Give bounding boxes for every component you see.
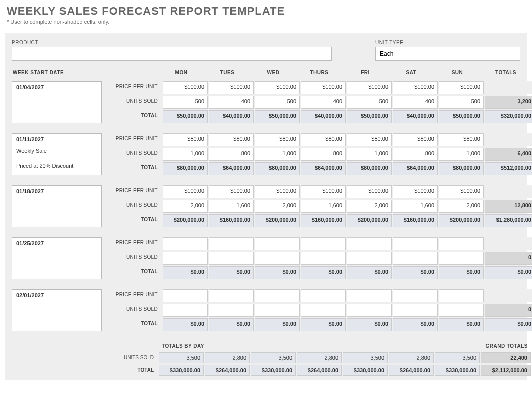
price-cell[interactable]: $100.00 [163,185,208,198]
price-cell[interactable]: $100.00 [439,185,484,198]
units-cell[interactable]: 400 [301,96,346,109]
week-note1[interactable] [12,301,101,316]
price-cell[interactable] [347,237,392,250]
header-thu: THURS [297,68,342,77]
units-cell[interactable]: 800 [393,148,438,161]
units-cell[interactable] [209,304,254,317]
week-date-box[interactable]: 02/01/2027 [12,289,102,331]
price-cell[interactable] [163,237,208,250]
sum-units-tue: 2,800 [205,352,250,363]
price-cell[interactable]: $100.00 [209,185,254,198]
header-mon: MON [159,68,204,77]
units-cell[interactable]: 2,000 [347,200,392,213]
price-cell[interactable] [439,237,484,250]
total-cell: $200,000.00 [163,214,208,227]
units-cell[interactable] [301,252,346,265]
price-cell[interactable] [393,237,438,250]
total-cell: $200,000.00 [439,214,484,227]
price-cell[interactable]: $100.00 [209,81,254,94]
price-cell[interactable]: $80.00 [347,133,392,146]
units-cell[interactable]: 1,000 [255,148,300,161]
price-cell[interactable] [163,289,208,302]
units-cell[interactable]: 1,000 [163,148,208,161]
week-note1[interactable]: Weekly Sale [12,145,101,160]
price-cell[interactable]: $100.00 [163,81,208,94]
price-cell[interactable]: $80.00 [209,133,254,146]
units-cell[interactable]: 1,600 [393,200,438,213]
price-cell[interactable] [393,289,438,302]
units-cell[interactable]: 400 [209,96,254,109]
units-cell[interactable]: 2,000 [163,200,208,213]
units-cell[interactable] [163,304,208,317]
week-note1[interactable] [12,249,101,264]
total-cell: $50,000.00 [347,110,392,123]
price-cell[interactable]: $80.00 [255,133,300,146]
price-cell[interactable]: $100.00 [255,81,300,94]
units-cell[interactable]: 1,000 [347,148,392,161]
price-row: PRICE PER UNIT $100.00$100.00$100.00$100… [107,185,532,198]
price-cell[interactable] [255,237,300,250]
week-date-box[interactable]: 01/18/2027 [12,185,102,227]
units-cell[interactable] [255,304,300,317]
week-note2[interactable] [12,108,101,123]
units-cell[interactable] [439,252,484,265]
week-note2[interactable] [12,212,101,227]
price-cell[interactable] [209,289,254,302]
units-cell[interactable] [393,252,438,265]
units-cell[interactable]: 800 [301,148,346,161]
price-cell[interactable]: $100.00 [255,185,300,198]
week-note1[interactable] [12,197,101,212]
total-label: TOTAL [107,266,162,279]
price-cell[interactable] [255,289,300,302]
price-cell[interactable]: $80.00 [439,133,484,146]
price-cell[interactable]: $100.00 [439,81,484,94]
price-cell[interactable]: $80.00 [163,133,208,146]
price-cell[interactable]: $80.00 [301,133,346,146]
units-cell[interactable] [439,304,484,317]
week-note2[interactable]: Priced at 20% Discount [12,160,101,175]
price-cell[interactable] [301,289,346,302]
units-cell[interactable]: 500 [439,96,484,109]
units-cell[interactable]: 1,600 [209,200,254,213]
price-cell[interactable]: $100.00 [347,185,392,198]
week-note2[interactable] [12,264,101,279]
units-cell[interactable]: 400 [393,96,438,109]
units-cell[interactable] [255,252,300,265]
units-cell[interactable]: 2,000 [255,200,300,213]
units-cell[interactable] [163,252,208,265]
price-cell[interactable] [301,237,346,250]
price-cell[interactable]: $100.00 [393,81,438,94]
units-cell[interactable] [347,252,392,265]
units-cell[interactable]: 500 [347,96,392,109]
units-cell[interactable] [347,304,392,317]
total-row: TOTAL $0.00$0.00$0.00$0.00$0.00$0.00$0.0… [107,318,532,331]
units-cell[interactable]: 500 [255,96,300,109]
unit-type-input[interactable] [375,47,520,61]
week-note1[interactable] [12,93,101,108]
product-input[interactable] [12,47,332,61]
units-cell[interactable] [301,304,346,317]
price-cell[interactable]: $100.00 [301,81,346,94]
week-note2[interactable] [12,316,101,331]
week-date-box[interactable]: 01/25/2027 [12,237,102,279]
week-date-box[interactable]: 01/11/2027 Weekly Sale Priced at 20% Dis… [12,133,102,175]
units-cell[interactable]: 500 [163,96,208,109]
header-fri: FRI [343,68,388,77]
price-cell[interactable]: $100.00 [393,185,438,198]
week-block: 01/18/2027 PRICE PER UNIT $100.00$100.00… [12,185,520,227]
units-cell[interactable]: 2,000 [439,200,484,213]
total-cell: $0.00 [393,266,438,279]
units-cell[interactable] [209,252,254,265]
units-cell[interactable]: 1,000 [439,148,484,161]
price-cell[interactable]: $80.00 [393,133,438,146]
week-date-box[interactable]: 01/04/2027 [12,81,102,123]
price-cell[interactable] [347,289,392,302]
price-cell[interactable]: $100.00 [347,81,392,94]
price-cell[interactable] [439,289,484,302]
price-cell[interactable] [209,237,254,250]
price-cell[interactable]: $100.00 [301,185,346,198]
instruction-note: * User to complete non-shaded cells, onl… [0,19,532,29]
units-cell[interactable]: 1,600 [301,200,346,213]
units-cell[interactable] [393,304,438,317]
units-cell[interactable]: 800 [209,148,254,161]
